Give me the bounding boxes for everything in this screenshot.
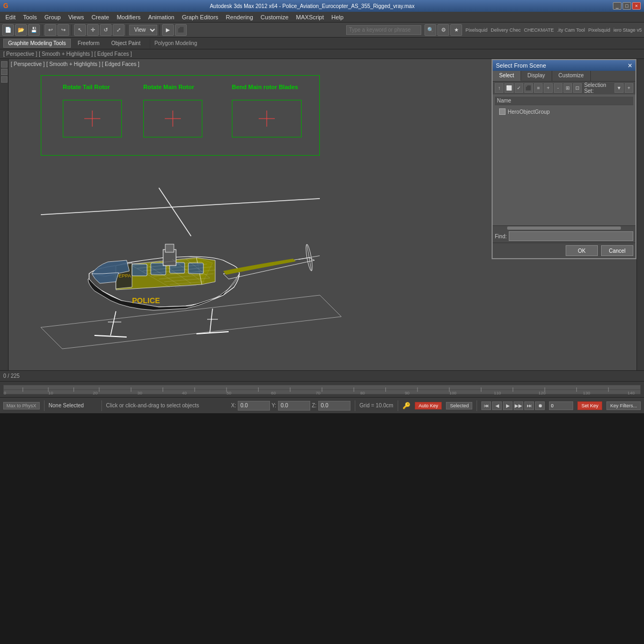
go-end-button[interactable]: ⏭ [524, 401, 534, 410]
object-item-hero[interactable]: HeroObjectGroup [497, 107, 631, 116]
selected-button[interactable]: Selected [446, 402, 472, 409]
menu-item-edit[interactable]: Edit [2, 13, 19, 21]
main-rotor-control [143, 100, 202, 137]
set-key-button[interactable]: Set Key [577, 401, 602, 410]
dialog-tool-4[interactable]: ⬛ [524, 83, 533, 93]
tab-freeform[interactable]: Freeform [73, 39, 105, 48]
rotate-btn[interactable]: ↺ [100, 24, 112, 36]
app-icon: G [3, 2, 8, 10]
dialog-tool-2[interactable]: ⬜ [504, 83, 513, 93]
quick-render-btn[interactable]: ⬛ [175, 24, 187, 36]
dialog-tool-11[interactable]: + [625, 83, 633, 93]
tab-object-paint[interactable]: Object Paint [106, 39, 145, 48]
select-from-scene-dialog: Select From Scene × Select Display Custo… [492, 59, 636, 259]
dialog-tool-3[interactable]: ✓ [515, 83, 523, 93]
menu-item-graph-editors[interactable]: Graph Editors [179, 13, 222, 21]
close-button[interactable]: × [632, 2, 641, 10]
dialog-scrollbar[interactable] [493, 225, 635, 230]
dialog-tool-7[interactable]: - [554, 83, 562, 93]
undo-btn[interactable]: ↩ [45, 24, 56, 36]
status-text: Click or click-and-drag to select object… [106, 402, 227, 408]
dialog-content: Name HeroObjectGroup [493, 94, 635, 225]
strip-btn-1[interactable] [1, 61, 8, 68]
svg-line-15 [210, 309, 213, 333]
z-coord-label: Z: [312, 402, 317, 408]
redo-btn[interactable]: ↪ [57, 24, 69, 36]
window-controls: _ □ × [613, 2, 641, 10]
menu-item-views[interactable]: Views [65, 13, 87, 21]
modeling-toolbar: Graphite Modeling Tools Freeform Object … [0, 38, 644, 49]
menu-item-rendering[interactable]: Rendering [223, 13, 257, 21]
minimize-button[interactable]: _ [613, 2, 621, 10]
open-btn[interactable]: 📂 [15, 24, 27, 36]
save-btn[interactable]: 💾 [28, 24, 40, 36]
next-frame-button[interactable]: ▶▶ [514, 401, 523, 410]
dialog-tool-8[interactable]: ⊞ [564, 83, 572, 93]
sep1 [42, 25, 42, 35]
view-dropdown[interactable]: View [129, 25, 157, 35]
menu-item-modifiers[interactable]: Modifiers [113, 13, 144, 21]
dialog-title-bar: Select From Scene × [493, 60, 635, 71]
settings-btn[interactable]: ⚙ [437, 24, 449, 36]
menu-item-maxscript[interactable]: MAXScript [293, 13, 327, 21]
dialog-tabs: Select Display Customize [493, 71, 635, 82]
menu-item-animation[interactable]: Animation [145, 13, 178, 21]
svg-text:50: 50 [226, 391, 231, 395]
dialog-toolbar: ↑ ⬜ ✓ ⬛ ≡ + - ⊞ ⊡ Selection Set: ▼ + [493, 82, 635, 94]
dialog-tab-display[interactable]: Display [521, 71, 552, 81]
dialog-tab-customize[interactable]: Customize [552, 71, 591, 81]
z-coord-input[interactable] [318, 401, 350, 411]
main-area: [ Perspective ] [ Smooth + Highlights ] … [0, 59, 644, 370]
dialog-tool-1[interactable]: ↑ [495, 83, 503, 93]
frame-counter: 0 / 225 [3, 373, 20, 379]
key-filters-button[interactable]: Key Filters... [606, 401, 641, 410]
move-btn[interactable]: ✛ [87, 24, 99, 36]
render-btn[interactable]: ▶ [162, 24, 174, 36]
max-physx-button[interactable]: Max to PhysX [3, 402, 40, 409]
x-coord-input[interactable] [238, 401, 270, 411]
sep3 [127, 25, 127, 35]
play-button[interactable]: ▶ [503, 401, 513, 410]
star-btn[interactable]: ★ [450, 24, 462, 36]
dialog-tool-5[interactable]: ≡ [534, 83, 543, 93]
tab-graphite[interactable]: Graphite Modeling Tools [3, 39, 71, 48]
scale-btn[interactable]: ⤢ [113, 24, 125, 36]
strip-btn-3[interactable] [1, 76, 8, 83]
breadcrumb-text: [ Perspective ] [ Smooth + Highlights ] … [3, 51, 132, 57]
dialog-tool-6[interactable]: + [544, 83, 552, 93]
svg-text:130: 130 [583, 391, 590, 395]
object-list: HeroObjectGroup [495, 105, 633, 223]
dialog-close-button[interactable]: × [628, 61, 632, 70]
menu-item-group[interactable]: Group [41, 13, 64, 21]
dialog-tab-select[interactable]: Select [493, 71, 521, 81]
bend-blades-control [232, 100, 302, 137]
go-start-button[interactable]: ⏮ [481, 401, 491, 410]
maximize-button[interactable]: □ [623, 2, 631, 10]
menu-item-create[interactable]: Create [88, 13, 112, 21]
record-button[interactable]: ⏺ [535, 401, 545, 410]
strip-btn-2[interactable] [1, 69, 8, 75]
menu-item-help[interactable]: Help [328, 13, 347, 21]
auto-key-button[interactable]: Auto Key [415, 402, 442, 409]
viewport[interactable]: [ Perspective ] [ Smooth + Highlights ] … [9, 59, 636, 370]
svg-text:100: 100 [449, 391, 457, 395]
svg-text:30: 30 [137, 391, 142, 395]
dialog-tool-9[interactable]: ⊡ [573, 83, 582, 93]
y-coord-input[interactable] [278, 401, 310, 411]
svg-text:140: 140 [627, 391, 635, 395]
menu-item-tools[interactable]: Tools [20, 13, 40, 21]
dialog-tool-10[interactable]: ▼ [614, 83, 623, 93]
find-input[interactable] [509, 231, 633, 241]
prev-frame-button[interactable]: ◀ [492, 401, 502, 410]
timeline-track[interactable]: 0 10 20 30 40 50 60 70 80 90 100 110 120… [3, 385, 641, 394]
search-input[interactable] [346, 25, 421, 35]
menu-item-customize[interactable]: Customize [258, 13, 292, 21]
new-btn[interactable]: 📄 [2, 24, 14, 36]
cancel-button[interactable]: Cancel [601, 245, 633, 256]
timeline: 0 10 20 30 40 50 60 70 80 90 100 110 120… [0, 381, 644, 397]
find-label: Find: [495, 233, 507, 239]
select-btn[interactable]: ↖ [74, 24, 86, 36]
ok-button[interactable]: OK [566, 245, 598, 256]
search-btn[interactable]: 🔍 [425, 24, 436, 36]
frame-input[interactable] [549, 401, 573, 410]
